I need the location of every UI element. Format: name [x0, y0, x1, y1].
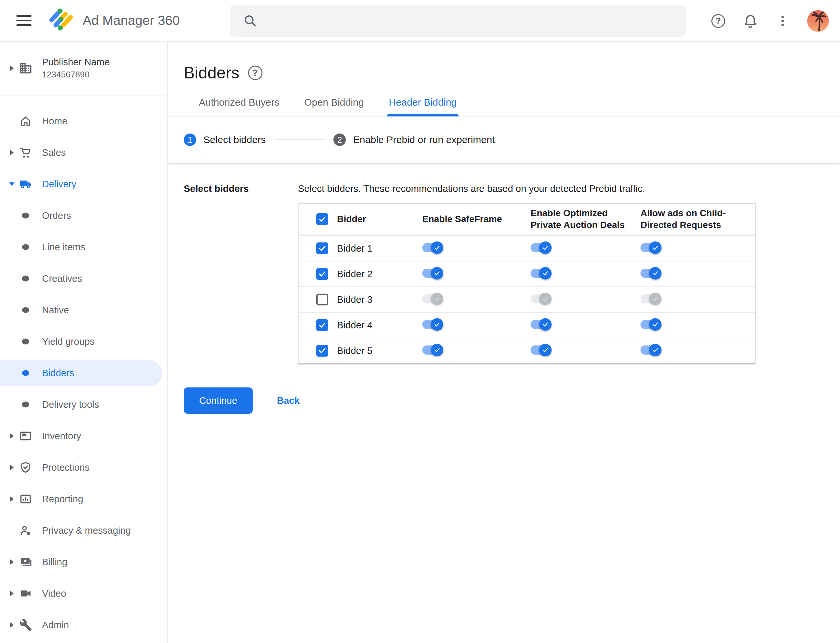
table-row: Bidder 3 — [299, 286, 755, 312]
home-icon — [18, 114, 33, 127]
collapse-caret-icon — [9, 183, 15, 186]
sidebar-item-line-items[interactable]: Line items — [0, 231, 167, 263]
publisher-name: Publisher Name — [42, 57, 109, 68]
optimized-deals-toggle[interactable] — [531, 242, 552, 254]
bullet-icon — [22, 401, 29, 408]
bidder-checkbox[interactable] — [316, 242, 328, 254]
bidder-checkbox[interactable] — [316, 294, 328, 305]
bullet-icon — [22, 339, 29, 344]
shield-check-icon — [18, 461, 33, 474]
column-header-optimized: Enable Optimized Private Auction Deals — [531, 207, 629, 231]
expand-caret-icon — [10, 150, 14, 155]
more-vert-icon[interactable] — [776, 14, 789, 28]
expand-caret-icon — [10, 65, 14, 71]
tab-bar: Authorized Buyers Open Bidding Header Bi… — [168, 97, 840, 116]
page-help-icon[interactable]: ? — [248, 65, 263, 80]
child-directed-toggle[interactable] — [641, 318, 662, 331]
expand-caret-icon — [10, 591, 14, 596]
sidebar-item-privacy-messaging[interactable]: Privacy & messaging — [0, 515, 167, 546]
child-directed-toggle[interactable] — [641, 242, 662, 254]
sidebar-item-delivery-tools[interactable]: Delivery tools — [0, 389, 167, 420]
bidder-name: Bidder 2 — [337, 269, 373, 279]
sidebar-item-bidders[interactable]: Bidders — [0, 357, 167, 389]
safeframe-toggle[interactable] — [422, 344, 443, 356]
safeframe-toggle[interactable] — [422, 318, 443, 331]
table-row: Bidder 2 — [299, 261, 755, 286]
publisher-id: 1234567890 — [42, 70, 109, 80]
publisher-switcher[interactable]: Publisher Name 1234567890 — [0, 42, 167, 95]
tab-authorized-buyers[interactable]: Authorized Buyers — [197, 97, 281, 116]
bullet-icon — [22, 212, 29, 219]
safeframe-toggle[interactable] — [422, 267, 443, 279]
safeframe-toggle[interactable] — [422, 242, 443, 254]
sidebar-item-delivery[interactable]: Delivery — [0, 168, 167, 200]
bidder-checkbox[interactable] — [316, 345, 328, 357]
avatar[interactable] — [807, 10, 829, 32]
sidebar-item-orders[interactable]: Orders — [0, 200, 167, 231]
notifications-bell-icon[interactable] — [743, 13, 758, 29]
bullet-icon — [22, 370, 29, 376]
delivery-truck-icon — [18, 177, 33, 191]
step-enable-prebid: 2 Enable Prebid or run experiment — [333, 134, 495, 146]
expand-caret-icon — [10, 496, 14, 502]
optimized-deals-toggle[interactable] — [531, 267, 552, 279]
optimized-deals-toggle[interactable] — [531, 318, 552, 331]
sidebar-item-native[interactable]: Native — [0, 294, 167, 326]
product-name: Ad Manager 360 — [83, 13, 180, 28]
select-all-checkbox[interactable] — [316, 213, 328, 225]
sidebar-item-billing[interactable]: Billing — [0, 546, 167, 578]
sidebar-item-home[interactable]: Home — [0, 105, 167, 137]
step-2-badge: 2 — [333, 134, 346, 146]
bidder-checkbox[interactable] — [316, 319, 328, 331]
table-row: Bidder 4 — [299, 312, 755, 338]
table-row: Bidder 1 — [299, 235, 755, 261]
search-input[interactable] — [267, 15, 676, 26]
sidebar-item-protections[interactable]: Protections — [0, 452, 167, 483]
bidder-name: Bidder 5 — [337, 346, 373, 356]
sidebar-item-inventory[interactable]: Inventory — [0, 420, 167, 452]
stepper: 1 Select bidders 2 Enable Prebid or run … — [168, 116, 840, 164]
expand-caret-icon — [10, 622, 14, 628]
table-header-row: Bidder Enable SafeFrame Enable Optimized… — [299, 204, 755, 235]
bidder-checkbox[interactable] — [316, 268, 328, 280]
child-directed-toggle[interactable] — [641, 293, 662, 305]
section-description: Select bidders. These recommendations ar… — [298, 182, 756, 195]
column-header-bidder: Bidder — [337, 214, 366, 224]
video-camera-icon — [18, 587, 33, 600]
sidebar-item-sales[interactable]: Sales — [0, 137, 167, 168]
help-icon[interactable]: ? — [711, 14, 725, 28]
bidder-name: Bidder 1 — [337, 243, 373, 254]
ad-manager-logo-icon — [49, 6, 77, 35]
child-directed-toggle[interactable] — [641, 344, 662, 356]
search-icon — [243, 13, 257, 28]
bidders-table: Bidder Enable SafeFrame Enable Optimized… — [298, 203, 756, 364]
sidebar-item-creatives[interactable]: Creatives — [0, 263, 167, 294]
top-app-bar: Ad Manager 360 ? — [0, 0, 840, 42]
tab-open-bidding[interactable]: Open Bidding — [302, 97, 366, 116]
step-connector — [275, 139, 324, 140]
column-header-child-directed: Allow ads on Child-Directed Requests — [641, 207, 735, 231]
table-row: Bidder 5 — [299, 338, 755, 363]
column-header-safeframe: Enable SafeFrame — [422, 213, 502, 225]
sidebar-item-reporting[interactable]: Reporting — [0, 483, 167, 515]
inventory-icon — [18, 429, 33, 442]
bullet-icon — [22, 276, 29, 281]
tab-header-bidding[interactable]: Header Bidding — [387, 97, 459, 116]
sidebar-item-yield-groups[interactable]: Yield groups — [0, 326, 167, 357]
expand-caret-icon — [10, 465, 14, 470]
safeframe-toggle[interactable] — [422, 293, 443, 305]
expand-caret-icon — [10, 433, 14, 439]
step-1-badge: 1 — [184, 134, 196, 146]
continue-button[interactable]: Continue — [184, 387, 253, 414]
child-directed-toggle[interactable] — [641, 267, 662, 279]
back-link[interactable]: Back — [277, 395, 299, 406]
section-label: Select bidders — [184, 182, 298, 364]
optimized-deals-toggle[interactable] — [531, 344, 552, 356]
wrench-icon — [18, 619, 33, 632]
sidebar-item-admin[interactable]: Admin — [0, 609, 167, 641]
bullet-icon — [22, 244, 29, 250]
optimized-deals-toggle[interactable] — [531, 293, 552, 305]
search-bar[interactable] — [230, 5, 686, 37]
menu-icon[interactable] — [16, 14, 31, 27]
sidebar-item-video[interactable]: Video — [0, 578, 167, 609]
